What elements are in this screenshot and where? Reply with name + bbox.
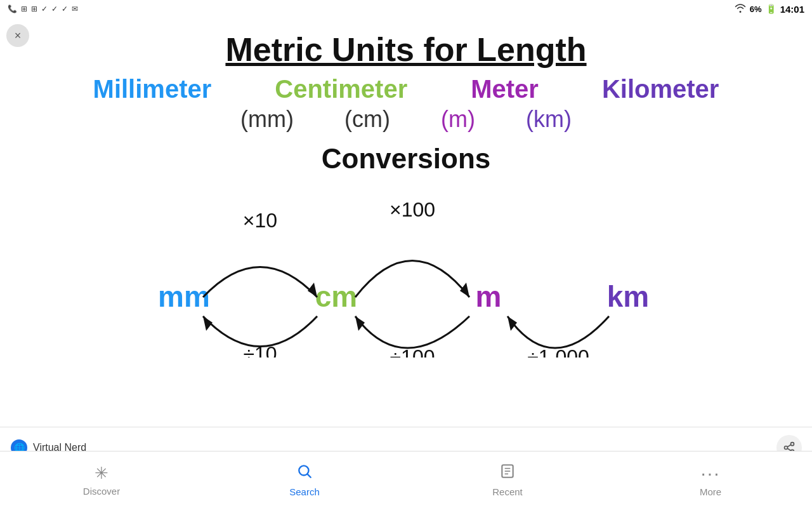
abbrev-cm: (cm) <box>344 106 390 133</box>
svg-marker-6 <box>460 283 469 297</box>
svg-text:mm: mm <box>158 280 210 313</box>
svg-text:÷1,000: ÷1,000 <box>527 345 589 358</box>
battery-percent: 6% <box>750 4 762 14</box>
more-icon: ··· <box>700 462 720 484</box>
chart-title: Metric Units for Length <box>225 30 586 69</box>
nav-label-more: More <box>700 486 721 497</box>
svg-point-16 <box>791 442 794 445</box>
svg-text:×10: ×10 <box>243 209 277 232</box>
nav-item-discover[interactable]: ✳ Discover <box>0 464 203 497</box>
svg-marker-10 <box>355 316 365 331</box>
svg-line-20 <box>787 448 791 451</box>
recent-icon <box>499 463 516 484</box>
chart-area: Metric Units for Length Millimeter Centi… <box>0 18 812 427</box>
battery-icon: 🔋 <box>766 4 776 14</box>
wifi-icon <box>735 4 746 15</box>
nav-label-search: Search <box>289 486 320 497</box>
status-bar-left: 📞 ⊞ ⊞ ✓ ✓ ✓ ✉ <box>8 4 78 13</box>
check-icon-1: ✓ <box>41 4 48 13</box>
unit-kilometer: Kilometer <box>602 75 719 104</box>
svg-text:km: km <box>607 280 649 313</box>
svg-point-17 <box>785 446 788 449</box>
close-icon: × <box>15 29 22 43</box>
main-content: × Metric Units for Length Millimeter Cen… <box>0 18 812 427</box>
svg-marker-12 <box>508 316 517 331</box>
nav-label-discover: Discover <box>83 486 120 497</box>
abbrev-km: (km) <box>526 106 572 133</box>
nav-item-recent[interactable]: Recent <box>406 463 609 497</box>
mail-icon: ✉ <box>72 4 78 13</box>
svg-line-22 <box>308 474 311 477</box>
units-row: Millimeter Centimeter Meter Kilometer <box>93 75 719 104</box>
grid-icon-1: ⊞ <box>21 4 27 13</box>
svg-text:÷10: ÷10 <box>243 342 277 358</box>
status-bar: 📞 ⊞ ⊞ ✓ ✓ ✓ ✉ 6% 🔋 14:01 <box>0 0 812 18</box>
abbrev-mm: (mm) <box>240 106 294 133</box>
svg-text:×100: ×100 <box>390 198 435 221</box>
close-button[interactable]: × <box>6 24 29 47</box>
abbrev-m: (m) <box>441 106 475 133</box>
nav-item-search[interactable]: Search <box>203 463 406 497</box>
discover-icon: ✳ <box>95 464 108 483</box>
diagram-container: mm cm m km ×10 ×100 <box>121 180 691 358</box>
abbrev-row: (mm) (cm) (m) (km) <box>240 106 572 133</box>
conversions-title: Conversions <box>322 143 491 175</box>
search-icon <box>296 463 313 484</box>
grid-icon-2: ⊞ <box>31 4 37 13</box>
time-display: 14:01 <box>780 4 804 15</box>
nav-item-more[interactable]: ··· More <box>609 462 812 497</box>
unit-meter: Meter <box>471 75 539 104</box>
status-bar-right: 6% 🔋 14:01 <box>735 4 804 15</box>
svg-text:m: m <box>476 280 502 313</box>
svg-text:cm: cm <box>315 280 357 313</box>
svg-line-19 <box>787 444 791 447</box>
unit-millimeter: Millimeter <box>93 75 212 104</box>
phone-icon: 📞 <box>8 4 17 13</box>
unit-centimeter: Centimeter <box>275 75 407 104</box>
conversion-diagram: mm cm m km ×10 ×100 <box>121 180 691 358</box>
check-icon-2: ✓ <box>51 4 58 13</box>
bottom-nav: ✳ Discover Search Recent ··· More <box>0 451 812 508</box>
svg-text:÷100: ÷100 <box>390 345 435 358</box>
nav-label-recent: Recent <box>492 486 523 497</box>
check-icon-3: ✓ <box>62 4 68 13</box>
svg-marker-8 <box>203 316 213 331</box>
